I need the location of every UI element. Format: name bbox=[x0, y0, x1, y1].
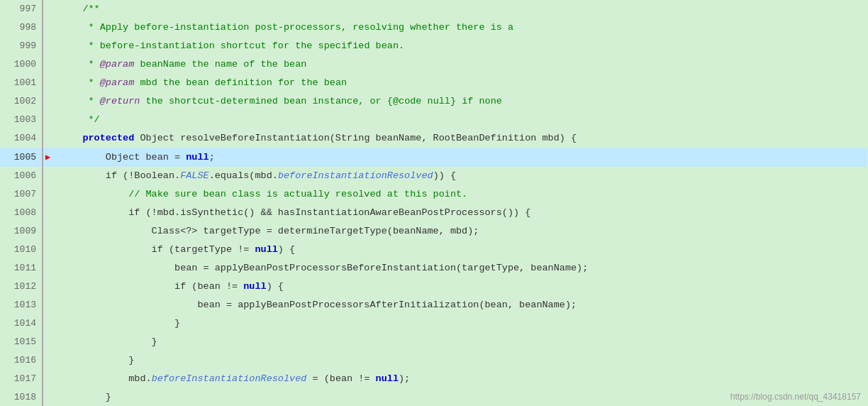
line-number: 1005 bbox=[0, 148, 43, 167]
line-number: 1001 bbox=[0, 74, 43, 92]
code-token: null bbox=[186, 152, 208, 163]
code-token bbox=[140, 96, 145, 106]
table-row: 1005▶ Object bean = null; bbox=[0, 148, 867, 167]
code-token bbox=[318, 77, 324, 88]
table-row: 999 * before-instantiation shortcut for … bbox=[0, 37, 867, 55]
code-token: the bbox=[163, 77, 180, 88]
line-number: 1004 bbox=[0, 129, 43, 148]
code-token: beforeInstantiationResolved bbox=[152, 373, 307, 384]
code-token: definition for bbox=[209, 77, 301, 88]
code-token: * before-instantiation shortcut for bbox=[60, 40, 295, 51]
code-token: there bbox=[456, 22, 485, 33]
line-code: mbd.beforeInstantiationResolved = (bean … bbox=[52, 370, 867, 388]
line-code: // Make sure bean class is actually reso… bbox=[52, 185, 867, 204]
line-number: 1013 bbox=[0, 296, 43, 314]
line-number: 998 bbox=[0, 18, 43, 37]
code-token: * bbox=[60, 77, 100, 88]
line-code: if (!Boolean.FALSE.equals(mbd.beforeInst… bbox=[52, 167, 867, 185]
table-row: 1014 } bbox=[0, 314, 867, 333]
code-token: protected bbox=[82, 133, 134, 143]
line-marker bbox=[43, 167, 52, 185]
code-token: bean bbox=[324, 77, 347, 88]
code-token: name of bbox=[209, 59, 261, 70]
code-token: bean bbox=[376, 40, 399, 51]
line-number: 1009 bbox=[0, 222, 43, 241]
code-token: the bbox=[191, 59, 208, 70]
line-number: 1012 bbox=[0, 278, 43, 296]
line-number: 1014 bbox=[0, 314, 43, 333]
line-code: * @param beanName the name of the bean bbox=[52, 55, 867, 74]
line-code: if (targetType != null) { bbox=[52, 241, 867, 259]
line-marker bbox=[43, 351, 52, 370]
table-row: 1012 if (bean != null) { bbox=[0, 278, 867, 296]
line-number: 1011 bbox=[0, 259, 43, 278]
watermark: https://blog.csdn.net/qq_43418157 bbox=[730, 392, 861, 402]
line-code: if (bean != null) { bbox=[52, 278, 867, 296]
line-number: 1016 bbox=[0, 351, 43, 370]
table-row: 1009 Class<?> targetType = determineTarg… bbox=[0, 222, 867, 241]
code-token: beforeInstantiationResolved bbox=[278, 170, 433, 181]
code-token: the bbox=[261, 59, 278, 70]
table-row: 1002 * @return the shortcut-determined b… bbox=[0, 92, 867, 111]
code-token bbox=[278, 59, 284, 70]
line-number: 1008 bbox=[0, 204, 43, 222]
code-token: mbd bbox=[134, 77, 163, 88]
code-token: null bbox=[255, 244, 277, 255]
code-token: beanName bbox=[134, 59, 191, 70]
table-row: 1008 if (!mbd.isSynthetic() && hasInstan… bbox=[0, 204, 867, 222]
table-row: 1010 if (targetType != null) { bbox=[0, 241, 867, 259]
code-token: . bbox=[399, 40, 404, 51]
code-token: /** bbox=[82, 4, 99, 14]
code-token: * Apply before-instantiation post-proces… bbox=[60, 22, 410, 33]
line-number: 1002 bbox=[0, 92, 43, 111]
line-marker bbox=[43, 55, 52, 74]
code-token: * bbox=[60, 59, 100, 70]
line-code: /** bbox=[52, 0, 867, 18]
line-number: 1007 bbox=[0, 185, 43, 204]
code-token: shortcut-determined bbox=[163, 96, 284, 106]
line-marker bbox=[43, 388, 52, 406]
line-number: 1015 bbox=[0, 333, 43, 351]
line-code: } bbox=[52, 333, 867, 351]
code-token: */ bbox=[60, 114, 100, 125]
table-row: 1001 * @param mbd the bean definition fo… bbox=[0, 74, 867, 92]
line-code: bean = applyBeanPostProcessorsBeforeInst… bbox=[52, 259, 867, 278]
line-code: * @param mbd the bean definition for the… bbox=[52, 74, 867, 92]
table-row: 1003 */ bbox=[0, 111, 867, 129]
line-marker bbox=[43, 185, 52, 204]
line-code: protected Object resolveBeforeInstantiat… bbox=[52, 129, 867, 148]
line-marker bbox=[43, 278, 52, 296]
line-marker bbox=[43, 18, 52, 37]
line-marker bbox=[43, 296, 52, 314]
line-code: * Apply before-instantiation post-proces… bbox=[52, 18, 867, 37]
line-number: 1010 bbox=[0, 241, 43, 259]
line-marker bbox=[43, 222, 52, 241]
line-marker bbox=[43, 333, 52, 351]
code-container: 997 /**998 * Apply before-instantiation … bbox=[0, 0, 868, 406]
code-token: bean bbox=[186, 77, 208, 88]
code-token: instance, or {@code null} if none bbox=[306, 96, 501, 106]
code-token: the bbox=[295, 40, 312, 51]
line-code: Class<?> targetType = determineTargetTyp… bbox=[52, 222, 867, 241]
table-row: 1007 // Make sure bean class is actually… bbox=[0, 185, 867, 204]
line-code: } bbox=[52, 314, 867, 333]
table-row: 1000 * @param beanName the name of the b… bbox=[0, 55, 867, 74]
table-row: 1015 } bbox=[0, 333, 867, 351]
code-token: FALSE bbox=[180, 170, 209, 181]
code-token: null bbox=[376, 373, 399, 384]
line-marker bbox=[43, 259, 52, 278]
line-number: 1018 bbox=[0, 388, 43, 406]
code-token bbox=[450, 22, 456, 33]
table-row: 1004 protected Object resolveBeforeInsta… bbox=[0, 129, 867, 148]
line-code: } bbox=[52, 351, 867, 370]
table-row: 998 * Apply before-instantiation post-pr… bbox=[0, 18, 867, 37]
code-token: the bbox=[301, 77, 318, 88]
line-marker: ▶ bbox=[43, 148, 52, 167]
code-token: @param bbox=[100, 59, 135, 70]
line-marker bbox=[43, 129, 52, 148]
line-marker bbox=[43, 314, 52, 333]
arrow-icon: ▶ bbox=[45, 153, 50, 163]
code-token: // Make sure bean class is actually reso… bbox=[60, 189, 467, 199]
code-token: whether bbox=[410, 22, 450, 33]
table-row: 1013 bean = applyBeanPostProcessorsAfter… bbox=[0, 296, 867, 314]
